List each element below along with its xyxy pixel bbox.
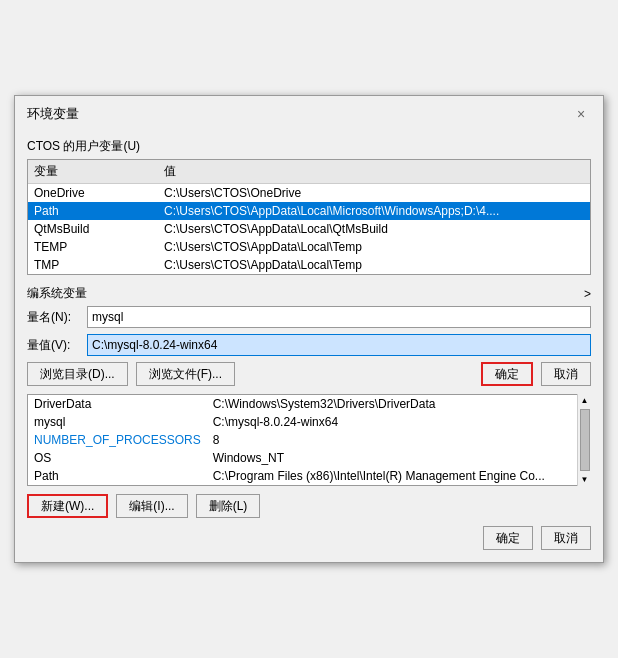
sys-vars-wrapper: DriverDataC:\Windows\System32\Drivers\Dr… <box>27 394 591 486</box>
user-vars-table-container: 变量 值 OneDriveC:\Users\CTOS\OneDrivePathC… <box>27 159 591 275</box>
name-input[interactable] <box>87 306 591 328</box>
scrollbar[interactable]: ▲ ▼ <box>577 394 591 486</box>
sys-table-row[interactable]: mysqlC:\mysql-8.0.24-winx64 <box>28 413 590 431</box>
user-vars-label: CTOS 的用户变量(U) <box>27 138 591 155</box>
user-table-row[interactable]: TEMPC:\Users\CTOS\AppData\Local\Temp <box>28 238 590 256</box>
sys-vars-table-container: DriverDataC:\Windows\System32\Drivers\Dr… <box>27 394 591 486</box>
final-buttons-row: 确定 取消 <box>27 526 591 550</box>
user-vars-table: 变量 值 OneDriveC:\Users\CTOS\OneDrivePathC… <box>28 160 590 274</box>
final-confirm-button[interactable]: 确定 <box>483 526 533 550</box>
name-label: 量名(N): <box>27 309 87 326</box>
dialog-content: CTOS 的用户变量(U) 变量 值 OneDriveC:\Users\CTOS… <box>15 130 603 562</box>
user-table-row[interactable]: PathC:\Users\CTOS\AppData\Local\Microsof… <box>28 202 590 220</box>
final-cancel-button[interactable]: 取消 <box>541 526 591 550</box>
user-table-row[interactable]: OneDriveC:\Users\CTOS\OneDrive <box>28 184 590 203</box>
sys-vars-arrow: > <box>584 287 591 301</box>
col-header-val: 值 <box>158 160 590 184</box>
browse-dir-button[interactable]: 浏览目录(D)... <box>27 362 128 386</box>
action-buttons-row: 浏览目录(D)... 浏览文件(F)... 确定 取消 <box>27 362 591 386</box>
col-header-var: 变量 <box>28 160 158 184</box>
user-table-row[interactable]: QtMsBuildC:\Users\CTOS\AppData\Local\QtM… <box>28 220 590 238</box>
new-button[interactable]: 新建(W)... <box>27 494 108 518</box>
edit-button[interactable]: 编辑(I)... <box>116 494 187 518</box>
scroll-up-arrow[interactable]: ▲ <box>579 394 591 407</box>
value-label: 量值(V): <box>27 337 87 354</box>
environment-variables-dialog: 环境变量 × CTOS 的用户变量(U) 变量 值 OneDriveC:\Use… <box>14 95 604 563</box>
title-bar: 环境变量 × <box>15 96 603 130</box>
sys-vars-table: DriverDataC:\Windows\System32\Drivers\Dr… <box>28 395 590 485</box>
cancel-button-top[interactable]: 取消 <box>541 362 591 386</box>
value-row: 量值(V): <box>27 334 591 356</box>
sys-vars-section: 编系统变量 > <box>27 285 591 302</box>
sys-action-buttons-row: 新建(W)... 编辑(I)... 删除(L) <box>27 494 591 518</box>
close-button[interactable]: × <box>571 104 591 124</box>
user-table-row[interactable]: TMPC:\Users\CTOS\AppData\Local\Temp <box>28 256 590 274</box>
sys-table-row[interactable]: DriverDataC:\Windows\System32\Drivers\Dr… <box>28 395 590 413</box>
scroll-down-arrow[interactable]: ▼ <box>579 473 591 486</box>
sys-table-row[interactable]: NUMBER_OF_PROCESSORS8 <box>28 431 590 449</box>
confirm-button-top[interactable]: 确定 <box>481 362 533 386</box>
name-row: 量名(N): <box>27 306 591 328</box>
delete-button[interactable]: 删除(L) <box>196 494 261 518</box>
browse-file-button[interactable]: 浏览文件(F)... <box>136 362 235 386</box>
sys-table-row[interactable]: PathC:\Program Files (x86)\Intel\Intel(R… <box>28 467 590 485</box>
dialog-title: 环境变量 <box>27 105 79 123</box>
scroll-thumb[interactable] <box>580 409 590 471</box>
sys-table-row[interactable]: OSWindows_NT <box>28 449 590 467</box>
sys-vars-label: 编系统变量 <box>27 285 87 302</box>
value-input[interactable] <box>87 334 591 356</box>
